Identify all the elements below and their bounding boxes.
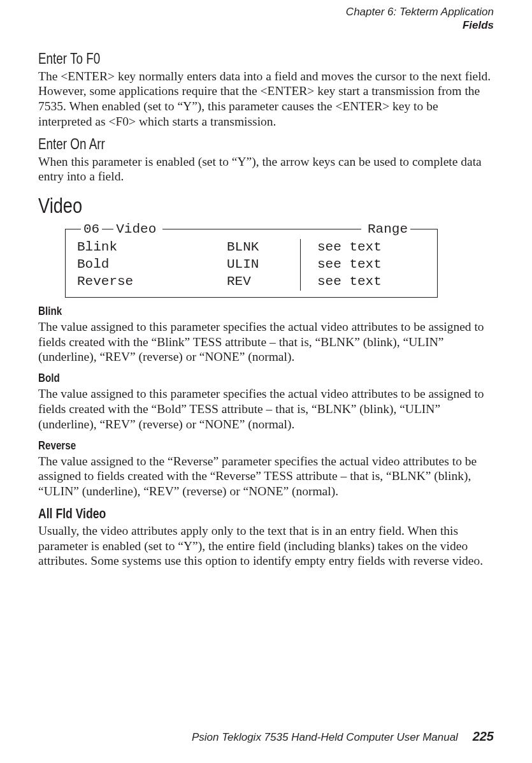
video-menu-table: Blink BLNK see text Bold ULIN see text R… (77, 239, 426, 291)
para-bold: The value assigned to this parameter spe… (38, 386, 494, 432)
heading-all-fld-video: All Fld Video (38, 505, 403, 522)
video-menu-box: 06 Video Range Blink BLNK see text Bold … (65, 222, 438, 298)
table-row: Bold ULIN see text (77, 256, 426, 273)
param-value: ULIN (227, 256, 301, 273)
legend-range: Range (365, 222, 410, 236)
video-menu-legend: 06 Video Range (75, 222, 423, 236)
legend-index: 06 (83, 222, 99, 236)
heading-enter-to-f0: Enter To F0 (38, 50, 412, 68)
heading-blink: Blink (38, 304, 403, 318)
param-name: Reverse (77, 273, 227, 291)
para-blink: The value assigned to this parameter spe… (38, 319, 494, 365)
running-header: Chapter 6: Tekterm Application Fields (38, 5, 494, 33)
para-all-fld-video: Usually, the video attributes apply only… (38, 523, 494, 569)
param-value: BLNK (227, 239, 301, 256)
para-enter-on-arr: When this parameter is enabled (set to “… (38, 154, 494, 185)
param-range: see text (301, 273, 426, 291)
heading-reverse: Reverse (38, 439, 403, 453)
param-range: see text (301, 239, 426, 256)
table-row: Reverse REV see text (77, 273, 426, 291)
param-value: REV (227, 273, 301, 291)
video-menu-diagram: 06 Video Range Blink BLNK see text Bold … (38, 222, 494, 298)
heading-bold: Bold (38, 371, 403, 385)
page-footer: Psion Teklogix 7535 Hand-Held Computer U… (192, 729, 494, 744)
para-enter-to-f0: The <ENTER> key normally enters data int… (38, 69, 494, 129)
para-reverse: The value assigned to the “Reverse” para… (38, 454, 494, 499)
param-range: see text (301, 256, 426, 273)
heading-video: Video (38, 193, 403, 218)
page-number: 225 (461, 729, 494, 743)
param-name: Bold (77, 256, 227, 273)
table-row: Blink BLNK see text (77, 239, 426, 256)
heading-enter-on-arr: Enter On Arr (38, 136, 412, 153)
book-title: Psion Teklogix 7535 Hand-Held Computer U… (192, 731, 458, 743)
chapter-label: Chapter 6: Tekterm Application (38, 5, 494, 18)
section-label: Fields (38, 18, 494, 32)
legend-title: Video (113, 222, 159, 236)
param-name: Blink (77, 239, 227, 256)
